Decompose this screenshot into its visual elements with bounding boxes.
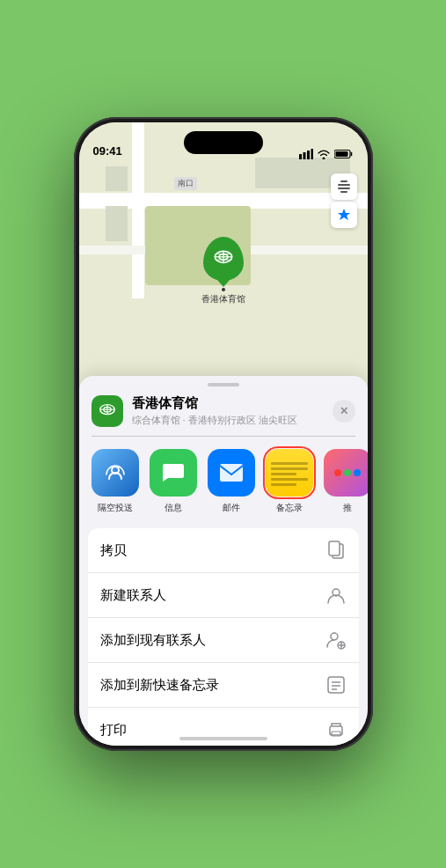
new-contact-label: 新建联系人 <box>100 587 166 604</box>
add-existing-label: 添加到现有联系人 <box>100 632 206 649</box>
location-subtitle: 综合体育馆 · 香港特别行政区 油尖旺区 <box>132 414 324 427</box>
map-layers-button[interactable] <box>331 173 357 200</box>
new-contact-icon <box>325 585 347 606</box>
status-time: 09:41 <box>93 144 122 159</box>
share-item-airdrop[interactable]: 隔空投送 <box>91 449 139 514</box>
dot-green <box>344 469 351 476</box>
copy-icon <box>325 540 347 561</box>
print-label: 打印 <box>100 722 127 739</box>
phone-frame: 09:41 <box>74 117 373 751</box>
airdrop-icon <box>102 460 128 486</box>
dynamic-island <box>184 131 263 154</box>
svg-rect-14 <box>340 180 347 182</box>
svg-rect-0 <box>299 154 302 159</box>
notes-icon-wrap <box>266 449 313 497</box>
mail-icon <box>218 460 245 485</box>
map-controls <box>331 173 357 228</box>
marker-dot <box>222 288 225 291</box>
svg-rect-3 <box>311 149 313 159</box>
share-item-messages[interactable]: 信息 <box>150 449 197 514</box>
share-item-mail[interactable]: 邮件 <box>208 449 255 514</box>
signal-icon <box>299 149 313 159</box>
mail-icon-wrap <box>208 449 255 497</box>
notes-line-5 <box>271 483 296 486</box>
add-note-icon <box>325 674 347 695</box>
location-button[interactable] <box>331 202 357 228</box>
share-row: 隔空投送 信息 <box>79 437 368 523</box>
map-marker: 香港体育馆 <box>201 237 245 305</box>
action-copy[interactable]: 拷贝 <box>88 528 359 572</box>
stadium-icon <box>212 247 235 270</box>
location-name: 香港体育馆 <box>132 395 324 412</box>
copy-label: 拷贝 <box>100 542 127 559</box>
action-add-existing[interactable]: 添加到现有联系人 <box>88 617 359 662</box>
share-item-notes[interactable]: 备忘录 <box>266 449 313 514</box>
close-button[interactable]: ✕ <box>333 400 355 423</box>
svg-point-25 <box>331 633 338 640</box>
map-label-nankou: 南口 <box>174 177 197 190</box>
venue-icon <box>98 401 117 421</box>
svg-rect-21 <box>220 464 243 482</box>
airdrop-label: 隔空投送 <box>98 502 133 514</box>
status-icons <box>299 149 354 159</box>
notes-line-1 <box>271 462 308 465</box>
svg-rect-15 <box>340 191 347 193</box>
more-label: 推 <box>343 502 352 514</box>
messages-label: 信息 <box>165 502 182 514</box>
add-note-label: 添加到新快速备忘录 <box>100 677 219 694</box>
action-new-contact[interactable]: 新建联系人 <box>88 572 359 617</box>
phone-screen: 09:41 <box>79 122 368 746</box>
print-icon <box>325 719 347 740</box>
more-icon-wrap <box>324 449 368 497</box>
svg-rect-23 <box>329 541 340 555</box>
location-venue-icon <box>91 395 123 427</box>
location-header: 香港体育馆 综合体育馆 · 香港特别行政区 油尖旺区 ✕ <box>79 386 368 436</box>
dot-red <box>334 469 341 476</box>
mail-label: 邮件 <box>223 502 240 514</box>
more-dots <box>334 469 361 476</box>
notes-line-2 <box>271 467 308 470</box>
svg-rect-12 <box>338 184 350 186</box>
wifi-icon <box>317 149 331 159</box>
location-info: 香港体育馆 综合体育馆 · 香港特别行政区 油尖旺区 <box>132 395 324 427</box>
notes-lines <box>266 455 313 491</box>
action-add-note[interactable]: 添加到新快速备忘录 <box>88 662 359 707</box>
home-indicator <box>179 737 267 740</box>
battery-icon <box>334 149 354 159</box>
svg-rect-13 <box>338 188 350 189</box>
svg-rect-1 <box>303 152 305 159</box>
airdrop-icon-wrap <box>91 449 139 497</box>
notes-line-4 <box>271 478 308 481</box>
svg-rect-5 <box>335 151 347 157</box>
svg-rect-29 <box>328 677 344 693</box>
share-item-more[interactable]: 推 <box>324 449 368 514</box>
notes-line-3 <box>271 473 296 475</box>
action-list: 拷贝 新建联系人 <box>88 528 359 746</box>
marker-label: 香港体育馆 <box>201 293 245 305</box>
marker-pin <box>203 237 244 281</box>
notes-label: 备忘录 <box>276 502 303 514</box>
add-existing-icon <box>325 629 347 651</box>
messages-icon <box>160 460 186 486</box>
dot-blue <box>354 469 361 476</box>
messages-icon-wrap <box>150 449 197 497</box>
svg-rect-2 <box>307 151 310 159</box>
bottom-sheet: 香港体育馆 综合体育馆 · 香港特别行政区 油尖旺区 ✕ <box>79 376 368 746</box>
